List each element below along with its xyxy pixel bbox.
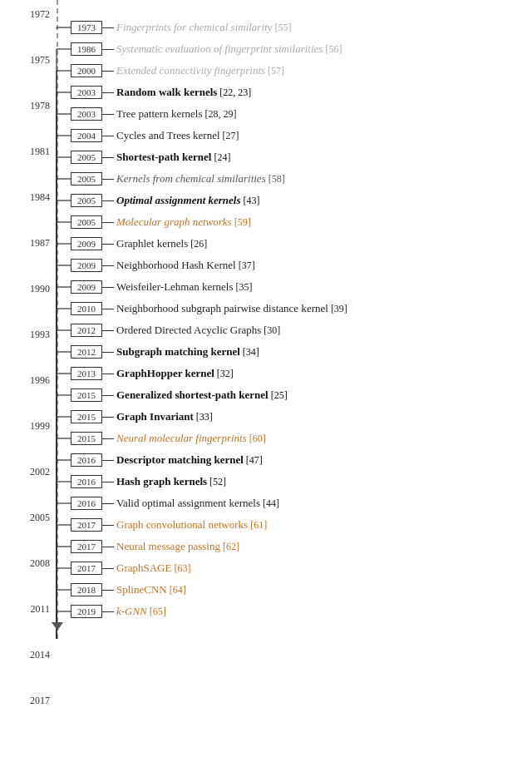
horizontal-connector: [102, 157, 114, 158]
vertical-axis: [57, 0, 58, 639]
ref-label: [26]: [188, 238, 207, 250]
axis-year-label: 1987: [2, 237, 50, 250]
horizontal-connector: [102, 568, 114, 569]
horizontal-connector: [102, 200, 114, 201]
axis-year-label: 1993: [2, 329, 50, 341]
entry-text: Subgraph matching kernel [34]: [116, 345, 259, 359]
axis-year-label: 2017: [2, 695, 50, 707]
entry-text: Molecular graph networks [59]: [116, 215, 251, 229]
timeline-row: 2012Subgraph matching kernel [34]: [71, 341, 532, 363]
horizontal-connector: [102, 92, 114, 93]
ref-label: [47]: [244, 454, 263, 466]
entry-text: Weisfeiler-Lehman kernels [35]: [116, 280, 253, 294]
entry-text: k-GNN [65]: [116, 605, 166, 618]
year-box: 2005: [71, 194, 102, 207]
axis-year-label: 1978: [2, 100, 50, 112]
ref-label: [33]: [194, 411, 213, 423]
year-box: 2009: [71, 259, 102, 272]
timeline-row: 2015Generalized shortest-path kernel [25…: [71, 384, 532, 406]
year-box: 2017: [71, 562, 102, 575]
ref-label: [35]: [234, 281, 253, 293]
axis-year-label: 2005: [2, 512, 50, 524]
entry-text: Graph convolutional networks [61]: [116, 518, 267, 532]
axis-year-label: 1984: [2, 191, 50, 204]
ref-label: [55]: [272, 22, 291, 33]
entry-text: SplineCNN [64]: [116, 583, 186, 596]
horizontal-connector: [102, 244, 114, 245]
entry-text: Shortest-path kernel [24]: [116, 151, 230, 164]
timeline-row: 2010Neighborhood subgraph pairwise dista…: [71, 298, 532, 319]
axis-year-label: 2014: [2, 649, 50, 661]
timeline-row: 2017Graph convolutional networks [61]: [71, 514, 532, 536]
horizontal-connector: [102, 438, 114, 439]
ref-label: [25]: [268, 389, 288, 401]
entry-text: Neural message passing [62]: [116, 540, 239, 553]
year-box: 2016: [71, 453, 102, 467]
ref-label: [28, 29]: [203, 108, 237, 120]
ref-label: [52]: [207, 476, 226, 487]
horizontal-connector: [102, 525, 114, 526]
timeline-row: 2013GraphHopper kernel [32]: [71, 363, 532, 384]
ref-label: [27]: [220, 130, 239, 141]
entry-text: Neighborhood subgraph pairwise distance …: [116, 302, 347, 315]
timeline-row: 2019k-GNN [65]: [71, 601, 532, 622]
horizontal-connector: [102, 374, 114, 374]
year-box: 2004: [71, 129, 102, 142]
axis-year-label: 1975: [2, 54, 50, 67]
timeline-row: 1973Fingerprints for chemical similarity…: [71, 17, 532, 38]
year-box: 2012: [71, 345, 102, 359]
horizontal-connector: [102, 27, 114, 28]
ref-label: [32]: [214, 368, 234, 379]
year-box: 2003: [71, 107, 102, 121]
axis-year-label: 2002: [2, 466, 50, 478]
horizontal-connector: [102, 71, 114, 72]
entry-text: Hash graph kernels [52]: [116, 475, 226, 488]
entry-text: GraphHopper kernel [32]: [116, 367, 234, 380]
timeline-row: 2000Extended connectivity fingerprints […: [71, 60, 532, 82]
horizontal-connector: [102, 611, 114, 612]
timeline-row: 2003Tree pattern kernels [28, 29]: [71, 103, 532, 125]
year-box: 2015: [71, 432, 102, 445]
timeline-row: 2016Valid optimal assignment kernels [44…: [71, 492, 532, 514]
entry-text: Extended connectivity fingerprints [57]: [116, 64, 284, 77]
timeline-row: 2017GraphSAGE [63]: [71, 557, 532, 579]
ref-label: [61]: [248, 519, 267, 531]
year-box: 2015: [71, 410, 102, 423]
entry-text: Graphlet kernels [26]: [116, 237, 207, 250]
entry-text: Neural molecular fingerprints [60]: [116, 432, 266, 445]
entry-text: Descriptor matching kernel [47]: [116, 453, 263, 467]
entry-text: Ordered Directed Acyclic Graphs [30]: [116, 324, 280, 337]
ref-label: [64]: [167, 584, 186, 596]
timeline-row: 2016Hash graph kernels [52]: [71, 471, 532, 492]
ref-label: [63]: [171, 562, 190, 574]
year-box: 2017: [71, 540, 102, 553]
ref-label: [65]: [147, 606, 166, 617]
ref-label: [60]: [247, 433, 266, 444]
ref-label: [34]: [240, 346, 259, 358]
timeline-row: 2005Molecular graph networks [59]: [71, 211, 532, 233]
axis-year-label: 1996: [2, 374, 50, 387]
horizontal-connector: [102, 395, 114, 396]
horizontal-connector: [102, 136, 114, 136]
horizontal-connector: [102, 352, 114, 353]
axis-year-label: 2008: [2, 557, 50, 570]
entry-text: Generalized shortest-path kernel [25]: [116, 388, 288, 402]
year-box: 2016: [71, 475, 102, 488]
timeline-row: 2009Weisfeiler-Lehman kernels [35]: [71, 276, 532, 298]
year-box: 2012: [71, 324, 102, 337]
entry-text: Fingerprints for chemical similarity [55…: [116, 21, 291, 34]
timeline-container: 1972197519781981198419871990199319961999…: [0, 0, 532, 639]
year-box: 2017: [71, 518, 102, 532]
timeline-row: 2005Shortest-path kernel [24]: [71, 146, 532, 168]
timeline-row: 2016Descriptor matching kernel [47]: [71, 449, 532, 471]
ref-label: [43]: [241, 195, 260, 206]
year-box: 2005: [71, 215, 102, 229]
year-box: 2010: [71, 302, 102, 315]
timeline-row: 2012Ordered Directed Acyclic Graphs [30]: [71, 319, 532, 341]
horizontal-connector: [102, 179, 114, 180]
axis-year-label: 1981: [2, 146, 50, 158]
horizontal-connector: [102, 309, 114, 309]
year-box: 2018: [71, 583, 102, 596]
entry-text: Graph Invariant [33]: [116, 410, 213, 423]
horizontal-connector: [102, 265, 114, 266]
